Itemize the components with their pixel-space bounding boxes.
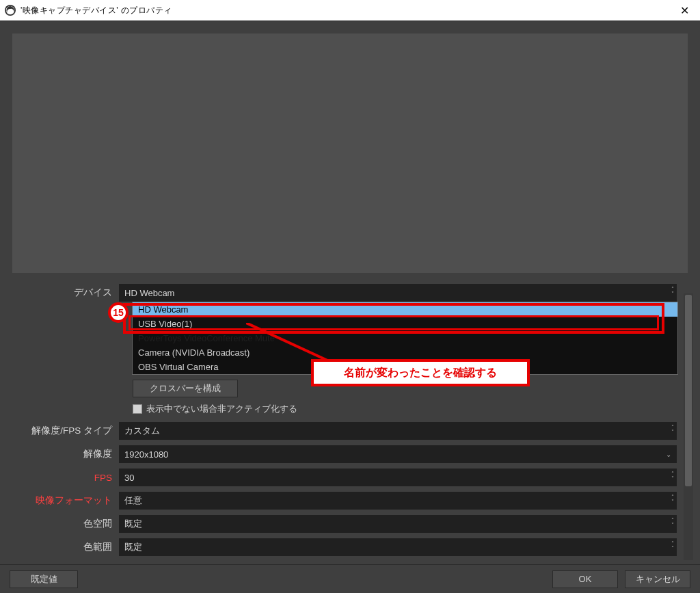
scrollbar-thumb[interactable] (685, 295, 692, 486)
combobox-spinner-icon: ˄˅ (671, 541, 674, 551)
deactivate-checkbox-row: 表示中でない場合非アクティブ化する (133, 403, 677, 415)
dropdown-item-hd-webcam[interactable]: HD Webcam (133, 302, 677, 317)
row-fps: FPS 30 ˄˅ (12, 469, 677, 486)
label-resolution: 解像度 (12, 448, 119, 460)
annotation-marker-number: 15 (113, 307, 124, 318)
dialog-footer: 既定値 OK キャンセル (0, 564, 700, 593)
label-color-space: 色空間 (12, 518, 119, 530)
fps-value: 30 (124, 473, 134, 483)
defaults-button[interactable]: 既定値 (10, 570, 78, 588)
label-res-fps-type: 解像度/FPS タイプ (12, 425, 119, 437)
label-color-range: 色範囲 (12, 541, 119, 553)
row-color-space: 色空間 既定 ˄˅ (12, 515, 677, 533)
color-range-combobox[interactable]: 既定 ˄˅ (119, 538, 677, 556)
ok-button[interactable]: OK (552, 570, 618, 588)
combobox-spinner-icon: ˄˅ (671, 471, 674, 481)
vertical-scrollbar[interactable] (684, 293, 693, 560)
dialog-content: デバイス HD Webcam ˄˅ HD Webcam USB Video(1)… (0, 21, 700, 593)
close-button[interactable]: ✕ (669, 0, 700, 21)
dropdown-item-powertoys[interactable]: PowerToys VideoConference Mute (133, 331, 677, 345)
video-format-combobox[interactable]: 任意 ˄˅ (119, 492, 677, 510)
res-fps-type-value: カスタム (124, 425, 160, 437)
chevron-down-icon: ⌄ (666, 451, 671, 458)
window-title: '映像キャプチャデバイス' のプロパティ (21, 5, 172, 16)
label-device: デバイス (12, 287, 119, 299)
row-device: デバイス HD Webcam ˄˅ HD Webcam USB Video(1)… (12, 284, 677, 302)
res-fps-type-combobox[interactable]: カスタム ˄˅ (119, 422, 677, 440)
cancel-button[interactable]: キャンセル (625, 570, 690, 588)
properties-form: デバイス HD Webcam ˄˅ HD Webcam USB Video(1)… (0, 284, 700, 556)
row-video-format: 映像フォーマット 任意 ˄˅ (12, 492, 677, 510)
annotation-callout-text: 名前が変わったことを確認する (344, 366, 497, 380)
row-color-range: 色範囲 既定 ˄˅ (12, 538, 677, 556)
titlebar: '映像キャプチャデバイス' のプロパティ ✕ (0, 0, 700, 21)
dropdown-item-usb-video[interactable]: USB Video(1) (133, 317, 677, 331)
color-space-value: 既定 (124, 518, 142, 530)
combobox-spinner-icon: ˄˅ (671, 287, 674, 296)
video-format-value: 任意 (124, 495, 142, 507)
combobox-spinner-icon: ˄˅ (671, 518, 674, 527)
label-video-format: 映像フォーマット (12, 495, 119, 507)
obs-icon (4, 4, 16, 16)
row-res-fps-type: 解像度/FPS タイプ カスタム ˄˅ (12, 422, 677, 440)
combobox-spinner-icon: ˄˅ (671, 495, 674, 504)
configure-crossbar-button[interactable]: クロスバーを構成 (133, 380, 238, 397)
device-combobox-value: HD Webcam (124, 288, 174, 298)
resolution-value: 1920x1080 (124, 449, 168, 460)
annotation-callout: 名前が変わったことを確認する (311, 359, 530, 386)
dropdown-item-nvidia-broadcast[interactable]: Camera (NVIDIA Broadcast) (133, 345, 677, 360)
color-range-value: 既定 (124, 541, 142, 553)
device-combobox[interactable]: HD Webcam ˄˅ (119, 284, 677, 302)
deactivate-checkbox-label: 表示中でない場合非アクティブ化する (146, 403, 297, 415)
annotation-step-marker: 15 (108, 302, 129, 323)
combobox-spinner-icon: ˄˅ (671, 425, 674, 434)
video-preview (12, 34, 688, 273)
fps-combobox[interactable]: 30 ˄˅ (119, 469, 677, 486)
color-space-combobox[interactable]: 既定 ˄˅ (119, 515, 677, 533)
deactivate-checkbox[interactable] (133, 404, 142, 414)
close-icon: ✕ (680, 4, 689, 17)
row-resolution: 解像度 1920x1080 ⌄ (12, 445, 677, 463)
resolution-combobox[interactable]: 1920x1080 ⌄ (119, 445, 677, 463)
label-fps: FPS (12, 473, 119, 483)
